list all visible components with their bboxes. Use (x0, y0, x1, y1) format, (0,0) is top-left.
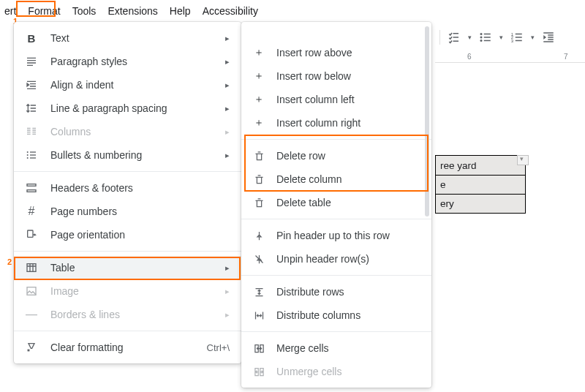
merge-cells-icon (252, 343, 266, 354)
table-cell-dropdown-icon[interactable] (517, 155, 529, 165)
menu-separator (241, 275, 431, 276)
toolbar-fragment: ▾ ▾ 123 ▾ (435, 26, 585, 48)
svg-rect-17 (28, 230, 33, 237)
submenu-arrow-icon: ▸ (225, 104, 230, 113)
svg-point-13 (27, 154, 29, 156)
table-icon (24, 262, 39, 274)
menu-insert-row-above[interactable]: ＋ Insert row above (241, 41, 431, 64)
menu-format[interactable]: Format (22, 3, 66, 19)
menu-tools[interactable]: Tools (67, 3, 102, 19)
menu-unmerge-cells: Unmerge cells (241, 360, 431, 383)
menu-bullets-numbering[interactable]: Bullets & numbering ▸ (14, 143, 241, 167)
submenu-arrow-icon: ▸ (225, 34, 230, 43)
paragraph-styles-icon (24, 56, 39, 67)
submenu-arrow-icon: ▸ (225, 57, 230, 67)
svg-point-12 (27, 151, 29, 153)
line-spacing-icon (24, 102, 39, 114)
svg-rect-16 (27, 190, 36, 192)
menu-delete-row[interactable]: Delete row (241, 144, 431, 167)
menu-separator (241, 139, 431, 140)
svg-rect-1 (484, 34, 491, 35)
plus-icon: ＋ (252, 46, 266, 59)
svg-rect-15 (27, 184, 36, 186)
menu-separator (14, 331, 241, 331)
submenu-arrow-icon: ▸ (225, 287, 230, 296)
menu-text[interactable]: B Text ▸ (14, 26, 241, 50)
menu-extensions[interactable]: Extensions (102, 3, 163, 19)
bold-icon: B (24, 32, 39, 45)
svg-rect-7 (516, 34, 522, 35)
svg-rect-11 (516, 40, 522, 42)
submenu-arrow-icon: ▸ (225, 127, 230, 137)
clear-formatting-icon (24, 342, 39, 353)
svg-point-0 (480, 33, 483, 35)
menu-unpin-header[interactable]: Unpin header row(s) (241, 247, 431, 271)
svg-rect-3 (484, 37, 491, 38)
submenu-arrow-icon: ▸ (225, 263, 230, 273)
menu-separator (14, 171, 241, 172)
trash-icon (252, 174, 266, 185)
page-numbers-icon: # (24, 205, 39, 218)
table-cell[interactable]: ree yard (436, 156, 525, 175)
table-cell[interactable]: ery (436, 194, 525, 213)
menu-clear-formatting[interactable]: Clear formatting Ctrl+\ (14, 336, 241, 359)
svg-rect-5 (484, 40, 491, 42)
trash-icon (252, 197, 266, 208)
svg-point-14 (27, 157, 29, 159)
svg-point-4 (480, 39, 483, 42)
menu-page-orientation[interactable]: Page orientation (14, 223, 241, 246)
borders-lines-icon: — (24, 308, 39, 321)
menu-insert-column-right[interactable]: ＋ Insert column right (241, 111, 431, 135)
menu-line-spacing[interactable]: Line & paragraph spacing ▸ (14, 97, 241, 120)
headers-footers-icon (24, 182, 39, 194)
distribute-columns-icon (252, 310, 266, 321)
svg-point-2 (480, 37, 483, 39)
menu-accessibility[interactable]: Accessibility (197, 3, 264, 19)
menu-insert-row-below[interactable]: ＋ Insert row below (241, 64, 431, 88)
menu-delete-table[interactable]: Delete table (241, 191, 431, 214)
svg-rect-18 (27, 264, 36, 272)
menu-distribute-rows[interactable]: Distribute rows (241, 280, 431, 304)
document-table-fragment: ree yard e ery (435, 155, 526, 214)
submenu-arrow-icon: ▸ (225, 80, 230, 90)
svg-text:3: 3 (511, 39, 514, 43)
table-submenu: ＋ Insert row above ＋ Insert row below ＋ … (241, 22, 431, 388)
bullets-numbering-icon (24, 149, 39, 161)
menu-align-indent[interactable]: Align & indent ▸ (14, 73, 241, 97)
menu-paragraph-styles[interactable]: Paragraph styles ▸ (14, 50, 241, 73)
menu-distribute-columns[interactable]: Distribute columns (241, 304, 431, 327)
menu-delete-column[interactable]: Delete column (241, 167, 431, 191)
menu-columns: Columns ▸ (14, 120, 241, 143)
table-cell[interactable]: e (436, 175, 525, 194)
image-icon (24, 285, 39, 297)
menu-borders-lines: — Borders & lines ▸ (14, 303, 241, 326)
unpin-icon (252, 254, 266, 265)
menu-table[interactable]: Table ▸ (14, 256, 241, 279)
plus-icon: ＋ (252, 93, 266, 106)
submenu-arrow-icon: ▸ (225, 151, 230, 160)
menu-separator (14, 251, 241, 252)
plus-icon: ＋ (252, 69, 266, 83)
ruler: 6 7 (435, 51, 585, 63)
page-orientation-icon (24, 229, 39, 241)
align-indent-icon (24, 79, 39, 91)
menu-headers-footers[interactable]: Headers & footers (14, 176, 241, 200)
indent-decrease-icon[interactable] (542, 31, 555, 44)
menu-insert-column-left[interactable]: ＋ Insert column left (241, 88, 431, 111)
menu-page-numbers[interactable]: # Page numbers (14, 200, 241, 223)
submenu-arrow-icon: ▸ (225, 310, 230, 320)
plus-icon: ＋ (252, 116, 266, 129)
trash-icon (252, 151, 266, 162)
menu-help[interactable]: Help (164, 3, 197, 19)
menu-separator (241, 331, 431, 332)
checklist-icon[interactable] (448, 31, 461, 44)
bulleted-list-icon[interactable] (479, 31, 492, 44)
menubar: ert Format Tools Extensions Help Accessi… (0, 0, 585, 22)
menu-merge-cells[interactable]: Merge cells (241, 336, 431, 360)
annotation-label-2: 2 (7, 257, 12, 266)
numbered-list-icon[interactable]: 123 (510, 31, 524, 44)
pin-icon (252, 230, 266, 241)
menu-separator (241, 219, 431, 219)
shortcut-label: Ctrl+\ (207, 342, 230, 353)
menu-pin-header[interactable]: Pin header up to this row (241, 224, 431, 247)
